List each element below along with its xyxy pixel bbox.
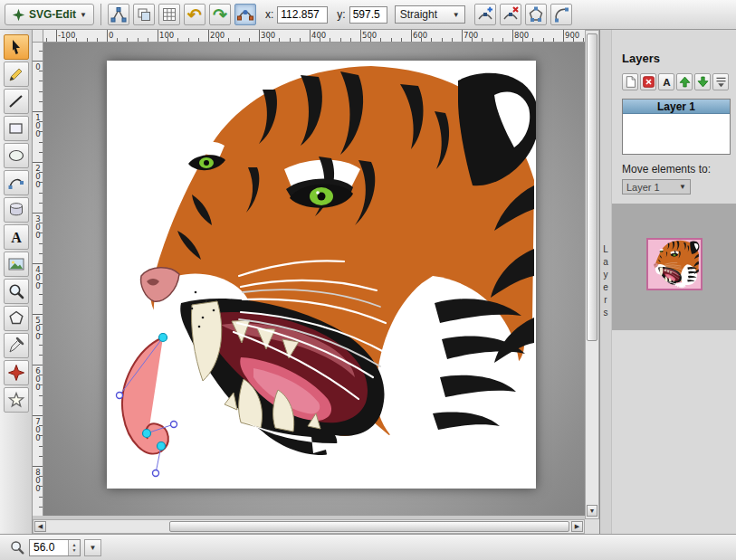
grid-button[interactable] [158, 4, 180, 25]
status-bar: ▲ ▼ ▼ [0, 534, 736, 560]
starburst-icon [7, 364, 25, 382]
new-layer-icon [624, 75, 637, 89]
scroll-down-arrow[interactable]: ▼ [587, 505, 597, 517]
svg-text:A: A [663, 76, 671, 88]
rename-layer-button[interactable]: A [658, 73, 674, 90]
control-handle[interactable] [117, 393, 123, 399]
svg-text:A: A [11, 230, 22, 245]
delete-layer-button[interactable] [640, 73, 656, 90]
ellipse-icon [7, 147, 25, 165]
svg-canvas[interactable] [107, 61, 536, 489]
ruler-label: 500 [33, 316, 43, 340]
ruler-label: 0 [109, 31, 113, 40]
zoom-dropdown-button[interactable]: ▼ [84, 539, 101, 556]
clone-node-icon [136, 6, 152, 23]
grid-icon [161, 6, 177, 23]
ruler-label: 400 [33, 265, 43, 289]
line-tool[interactable] [4, 89, 29, 114]
path-node[interactable] [158, 442, 166, 451]
svg-edit-app: SVG-Edit ▼ ↶ [0, 0, 736, 560]
tiger-thumbnail[interactable] [646, 238, 703, 290]
layer-buttons: A [622, 73, 729, 90]
ruler-label: 100 [33, 113, 43, 138]
move-elements-label: Move elements to: [622, 163, 729, 176]
move-layer-up-button[interactable] [676, 73, 693, 90]
right-sidebar: Layers Layers [599, 30, 736, 534]
move-to-layer-value: Layer 1 [626, 182, 660, 193]
zoom-spinner[interactable]: ▲ ▼ [68, 540, 80, 555]
ruler-label: 600 [413, 31, 427, 40]
add-node-button[interactable] [474, 4, 496, 25]
line-icon [7, 92, 25, 110]
redo-button[interactable]: ↷ [209, 4, 231, 25]
pencil-icon [7, 65, 25, 83]
open-path-button[interactable] [550, 4, 572, 25]
ruler-label: 100 [159, 31, 174, 40]
path-tool[interactable] [4, 170, 29, 195]
ruler-label: 900 [565, 31, 579, 40]
edited-path-group [117, 334, 177, 477]
ruler-label: 300 [33, 214, 43, 239]
chevron-down-icon: ▼ [90, 544, 97, 552]
star-tool[interactable] [4, 387, 29, 413]
ruler-label: 700 [33, 417, 43, 441]
y-label: y: [337, 8, 345, 21]
main-menu-button[interactable]: SVG-Edit ▼ [5, 4, 94, 25]
layers-panel-handle[interactable]: Layers [600, 30, 612, 534]
ruler-label: 300 [261, 31, 275, 40]
path-nodes-icon [110, 6, 127, 23]
link-control-points-button[interactable] [234, 4, 256, 25]
undo-icon: ↶ [187, 6, 202, 24]
ruler-label: 600 [33, 366, 43, 391]
zoom-icon [9, 539, 25, 555]
new-layer-button[interactable] [622, 73, 638, 90]
rectangle-tool[interactable] [4, 116, 29, 141]
path-node[interactable] [143, 430, 151, 438]
canvas-workspace[interactable] [43, 43, 585, 516]
horizontal-scrollbar[interactable]: ◀ ▶ [33, 519, 585, 534]
y-input[interactable] [349, 6, 387, 24]
control-handle[interactable] [171, 422, 177, 428]
starburst-tool[interactable] [4, 360, 29, 385]
undo-button[interactable]: ↶ [184, 4, 206, 25]
clone-node-button[interactable] [133, 4, 155, 25]
add-node-icon [477, 6, 493, 23]
text-tool[interactable]: A [4, 224, 29, 250]
path-nodes-button[interactable] [108, 4, 129, 25]
layer-row[interactable]: Layer 1 [623, 100, 730, 114]
move-layer-down-button[interactable] [694, 73, 711, 90]
vertical-scrollbar[interactable]: ▼ [585, 30, 599, 519]
ellipse-tool[interactable] [4, 143, 29, 168]
scroll-right-arrow[interactable]: ▶ [571, 521, 583, 532]
polygon-tool[interactable] [4, 306, 29, 331]
ruler-label: 400 [311, 31, 326, 40]
redo-icon: ↷ [213, 6, 227, 24]
control-handle[interactable] [153, 470, 159, 477]
select-tool[interactable] [4, 34, 29, 60]
ruler-label: 200 [33, 164, 43, 188]
pencil-tool[interactable] [4, 62, 29, 87]
shape-library-tool[interactable] [4, 197, 29, 223]
delete-node-button[interactable] [500, 4, 521, 25]
horizontal-scrollbar-thumb[interactable] [169, 521, 569, 532]
image-tool[interactable] [4, 252, 29, 277]
open-path-icon [553, 6, 569, 23]
path-node[interactable] [159, 334, 167, 342]
close-path-button[interactable] [525, 4, 547, 25]
eyedropper-tool[interactable] [4, 333, 29, 358]
vertical-scrollbar-thumb[interactable] [587, 33, 597, 341]
zoom-tool[interactable] [4, 279, 29, 304]
ruler-label: 700 [464, 31, 478, 40]
tiger-thumbnail-svg [648, 240, 701, 289]
scroll-left-arrow[interactable]: ◀ [34, 521, 46, 532]
merge-layer-button[interactable] [712, 73, 729, 90]
chevron-down-icon: ▼ [679, 183, 686, 191]
segment-type-select[interactable]: Straight ▼ [395, 5, 465, 24]
delete-node-icon [502, 6, 519, 23]
zoom-input[interactable] [30, 540, 68, 555]
merge-layer-icon [714, 75, 728, 89]
magnifier-icon [7, 282, 25, 300]
move-to-layer-select[interactable]: Layer 1 ▼ [622, 179, 691, 195]
x-input[interactable] [277, 6, 328, 24]
top-toolbar: SVG-Edit ▼ ↶ [0, 0, 736, 30]
